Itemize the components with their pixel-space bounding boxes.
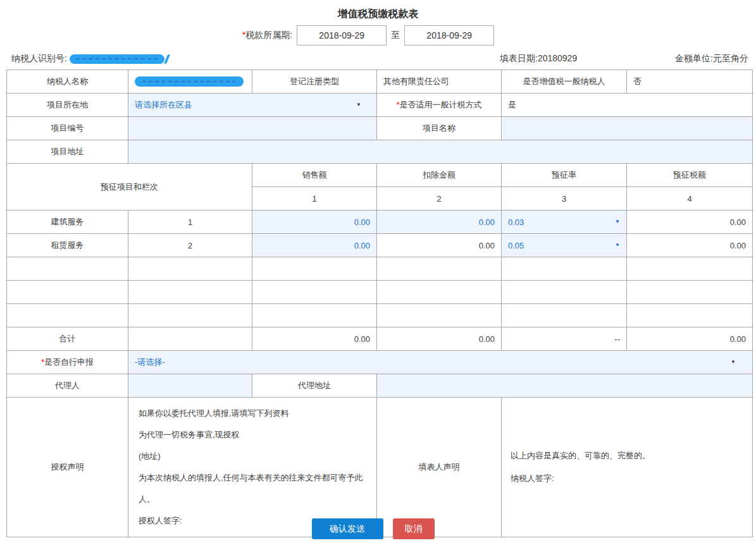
registration-type-label: 登记注册类型 [252, 70, 377, 94]
line-number: 1 [128, 211, 252, 234]
general-vat-taxpayer-label: 是否增值税一般纳税人 [502, 70, 627, 94]
row-project-address: 项目地址 [7, 140, 753, 164]
caret-down-icon: ▼ [615, 243, 620, 248]
col-number-2: 2 [377, 187, 502, 211]
taxpayer-id-redaction [70, 54, 164, 64]
self-report-label: *是否自行申报 [7, 351, 128, 374]
caret-down-icon: ▼ [731, 360, 736, 365]
general-method-value: 是 [502, 94, 753, 117]
leasing-sales-input[interactable]: 0.00 [252, 234, 377, 257]
page-title: 增值税预缴税款表 [0, 8, 756, 21]
table-row-empty [7, 281, 753, 304]
authorization-title: 授权声明 [7, 398, 128, 537]
agent-address-input[interactable] [377, 374, 753, 398]
col-number-4: 4 [627, 187, 753, 211]
construction-sales-input[interactable]: 0.00 [252, 211, 377, 234]
general-method-label: *是否适用一般计税方式 [377, 94, 502, 117]
line-number: 2 [128, 234, 252, 257]
fill-date-label: 填表日期: [500, 53, 538, 63]
agent-address-label: 代理地址 [252, 374, 377, 398]
amount-unit: 金额单位:元至角分 [675, 53, 748, 64]
table-row-empty [7, 257, 753, 281]
table-row-leasing: 租赁服务 2 0.00 0.00 0.05 ▼ 0.00 [7, 234, 753, 257]
tax-period-row: *税款所属期: 2018-09-29 至 2018-09-29 [0, 25, 748, 46]
prepayment-form-table: 纳税人名称 登记注册类型 其他有限责任公司 是否增值税一般纳税人 否 项目所在地… [6, 70, 753, 537]
amount-unit-label: 金额单位: [675, 53, 713, 63]
project-location-dropdown[interactable]: 请选择所在区县 ▼ [128, 94, 377, 117]
grid-corner-label: 预征项目和栏次 [7, 164, 252, 211]
leasing-rate-dropdown[interactable]: 0.05 ▼ [502, 234, 627, 257]
construction-deduction-input[interactable]: 0.00 [377, 211, 502, 234]
construction-rate-value: 0.03 [508, 217, 524, 227]
total-tax-value: 0.00 [627, 327, 753, 351]
general-vat-taxpayer-value: 否 [627, 70, 753, 94]
preparer-text: 以上内容是真实的、可靠的、完整的。 纳税人签字: [502, 398, 753, 537]
project-address-label: 项目地址 [7, 140, 128, 164]
table-row-empty [7, 304, 753, 327]
row-label-leasing: 租赁服务 [7, 234, 128, 257]
self-report-dropdown[interactable]: -请选择- ▼ [128, 351, 753, 374]
taxpayer-id: 纳税人识别号: [11, 53, 164, 64]
total-deduction-value: 0.00 [377, 327, 502, 351]
taxpayer-name-label: 纳税人名称 [7, 70, 128, 94]
project-name-label: 项目名称 [377, 117, 502, 140]
tax-period-label: *税款所属期: [242, 30, 292, 41]
taxpayer-name-value [128, 70, 252, 94]
amount-unit-value: 元至角分 [713, 53, 748, 63]
taxpayer-name-redaction [135, 76, 244, 87]
col-header-tax: 预征税额 [627, 164, 753, 187]
taxpayer-id-label: 纳税人识别号: [11, 53, 67, 64]
row-agent: 代理人 代理地址 [7, 374, 753, 398]
project-location-value: 请选择所在区县 [135, 99, 192, 111]
preparer-title: 填表人声明 [377, 398, 502, 537]
leasing-tax-value: 0.00 [627, 234, 753, 257]
total-rate-value: -- [502, 327, 627, 351]
grid-header-row: 预征项目和栏次 销售额 扣除金额 预征率 预征税额 [7, 164, 753, 187]
fill-date: 填表日期:20180929 [500, 53, 577, 64]
self-report-value: -请选择- [135, 357, 165, 368]
project-address-input[interactable] [128, 140, 753, 164]
cancel-button[interactable]: 取消 [393, 518, 435, 539]
period-end-input[interactable]: 2018-09-29 [404, 25, 494, 46]
agent-input[interactable] [128, 374, 252, 398]
period-to-label: 至 [391, 30, 400, 41]
action-bar: 确认发送 取消 [0, 518, 751, 539]
row-label-construction: 建筑服务 [7, 211, 128, 234]
agent-label: 代理人 [7, 374, 128, 398]
col-header-sales: 销售额 [252, 164, 377, 187]
info-bar: 纳税人识别号: 填表日期:20180929 金额单位:元至角分 [0, 53, 756, 66]
row-self-report: *是否自行申报 -请选择- ▼ [7, 351, 753, 374]
row-taxpayer-name: 纳税人名称 登记注册类型 其他有限责任公司 是否增值税一般纳税人 否 [7, 70, 753, 94]
row-project-number: 项目编号 项目名称 [7, 117, 753, 140]
col-number-1: 1 [252, 187, 377, 211]
project-location-label: 项目所在地 [7, 94, 128, 117]
total-label: 合计 [7, 327, 128, 351]
project-number-input[interactable] [128, 117, 377, 140]
total-sales-value: 0.00 [252, 327, 377, 351]
col-header-rate: 预征率 [502, 164, 627, 187]
construction-tax-value: 0.00 [627, 211, 753, 234]
leasing-rate-value: 0.05 [508, 241, 524, 250]
fill-date-value: 20180929 [538, 53, 577, 63]
registration-type-value: 其他有限责任公司 [377, 70, 502, 94]
authorization-text: 如果你以委托代理人填报,请填写下列资料 为代理一切税务事宜,现授权 (地址) 为… [128, 398, 377, 537]
row-project-location: 项目所在地 请选择所在区县 ▼ *是否适用一般计税方式 是 [7, 94, 753, 117]
caret-down-icon: ▼ [356, 102, 361, 107]
confirm-send-button[interactable]: 确认发送 [312, 518, 383, 539]
col-header-deduction: 扣除金额 [377, 164, 502, 187]
col-number-3: 3 [502, 187, 627, 211]
table-row-total: 合计 0.00 0.00 -- 0.00 [7, 327, 753, 351]
project-number-label: 项目编号 [7, 117, 128, 140]
project-name-input[interactable] [502, 117, 753, 140]
caret-down-icon: ▼ [615, 219, 620, 224]
period-start-input[interactable]: 2018-09-29 [297, 25, 387, 46]
row-statements: 授权声明 如果你以委托代理人填报,请填写下列资料 为代理一切税务事宜,现授权 (… [7, 398, 753, 537]
construction-rate-dropdown[interactable]: 0.03 ▼ [502, 211, 627, 234]
leasing-deduction-value: 0.00 [377, 234, 502, 257]
table-row-construction: 建筑服务 1 0.00 0.00 0.03 ▼ 0.00 [7, 211, 753, 234]
